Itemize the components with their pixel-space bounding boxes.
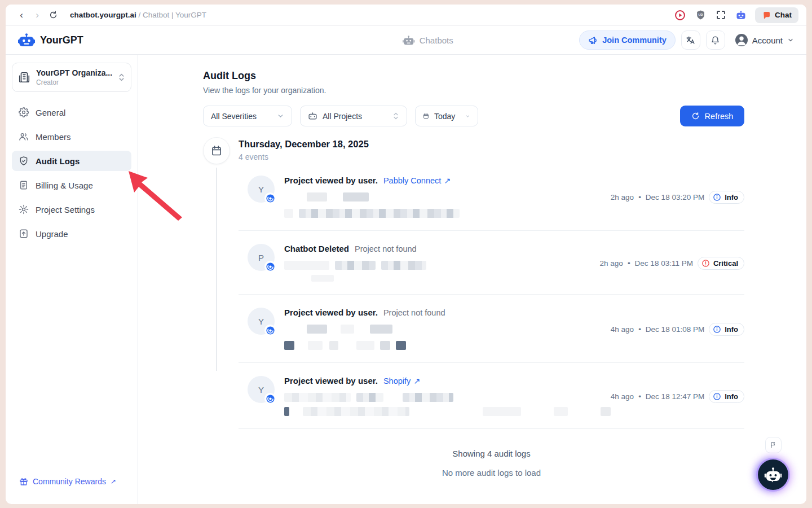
redacted-text [284, 209, 611, 218]
alert-icon [701, 259, 710, 268]
sidebar-item-audit-logs[interactable]: Audit Logs [12, 151, 131, 171]
notifications-button[interactable] [706, 30, 725, 50]
info-icon [713, 392, 721, 401]
organization-icon [18, 71, 30, 84]
avatar: Y [248, 308, 275, 335]
users-icon [19, 132, 29, 142]
translate-button[interactable] [681, 30, 700, 50]
page-title: Audit Logs [203, 70, 744, 82]
robot-face-icon [764, 467, 782, 483]
redacted-text [284, 261, 600, 270]
severity-badge: Info [709, 390, 744, 403]
event-note: Project not found [355, 244, 417, 253]
event-datetime: Dec 18 03:20 PM [646, 193, 704, 202]
forward-icon[interactable]: › [29, 7, 45, 23]
browser-source-badge-icon [264, 261, 276, 272]
url-path: / Chatbot | YourGPT [136, 11, 206, 19]
back-icon[interactable]: ‹ [14, 7, 29, 23]
gear-icon [19, 107, 29, 117]
url-host: chatbot.yourgpt.ai [70, 11, 136, 19]
sidebar-item-label: General [36, 108, 65, 117]
day-group-count: 4 events [239, 152, 744, 161]
fullscreen-extension-icon[interactable] [714, 9, 727, 21]
sidebar-item-project-settings[interactable]: Project Settings [12, 199, 131, 220]
browser-source-badge-icon [264, 393, 276, 404]
sidebar-item-upgrade[interactable]: Upgrade [12, 224, 131, 244]
date-filter[interactable]: Today [415, 106, 478, 126]
join-community-button[interactable]: Join Community [579, 30, 676, 50]
event-datetime: Dec 18 12:47 PM [646, 392, 704, 401]
account-avatar [735, 34, 748, 46]
event-note: Project not found [383, 308, 445, 317]
reload-icon[interactable] [45, 7, 61, 23]
sidebar-item-general[interactable]: General [12, 102, 131, 122]
redacted-text [307, 192, 611, 202]
brand[interactable]: YourGPT [18, 33, 83, 47]
severity-filter[interactable]: All Severities [203, 106, 292, 126]
audit-log-event[interactable]: P Chatbot Deleted Project not found [239, 231, 744, 295]
filters-row: All Severities All Projects Today [203, 106, 744, 126]
event-title: Chatbot Deleted [284, 244, 349, 253]
avatar: Y [248, 376, 275, 403]
org-switcher[interactable]: YourGPT Organiza... Creator [12, 63, 131, 92]
translate-icon [686, 36, 695, 45]
page-subtitle: View the logs for your organization. [203, 86, 744, 95]
project-link[interactable]: Shopify↗ [383, 376, 421, 386]
meta-separator: • [638, 325, 641, 334]
account-label: Account [752, 36, 783, 45]
audit-log-event[interactable]: Y Project viewed by user. Project not fo… [239, 295, 744, 363]
redacted-text [284, 341, 611, 350]
main-content: Audit Logs View the logs for your organi… [138, 55, 806, 504]
sidebar-item-label: Audit Logs [36, 156, 80, 166]
event-title: Project viewed by user. [284, 308, 378, 317]
adblock-extension-icon[interactable]: UD [694, 9, 707, 21]
meta-separator: • [638, 392, 641, 401]
sidebar-item-label: Billing & Usage [36, 181, 93, 190]
audit-log-event[interactable]: Y Project viewed by user. Shopify↗ [239, 363, 744, 429]
chatbots-icon [403, 35, 415, 46]
url-bar[interactable]: chatbot.yourgpt.ai / Chatbot | YourGPT [70, 11, 206, 19]
timeline-line [216, 168, 217, 371]
calendar-icon [211, 145, 222, 156]
sidebar-item-label: Upgrade [36, 229, 68, 239]
chevron-down-icon [787, 37, 794, 43]
feedback-flag-button[interactable] [765, 437, 782, 453]
flag-icon [770, 441, 777, 449]
external-link-icon: ↗ [111, 478, 116, 485]
info-icon [713, 325, 721, 334]
account-menu[interactable]: Account [735, 34, 794, 46]
project-filter[interactable]: All Projects [300, 106, 407, 126]
yourgpt-extension-icon[interactable] [735, 9, 747, 21]
chevron-up-down-icon [392, 112, 399, 120]
timeline-date-icon [203, 137, 230, 164]
event-relative-time: 4h ago [611, 325, 634, 334]
record-extension-icon[interactable] [674, 9, 686, 21]
sidebar-item-members[interactable]: Members [12, 126, 131, 147]
upgrade-icon [19, 229, 29, 239]
event-meta: 4h ago • Dec 18 12:47 PM Info [611, 377, 744, 416]
severity-filter-value: All Severities [211, 112, 257, 121]
bell-icon [710, 36, 720, 45]
chatbot-launcher-button[interactable] [758, 459, 788, 490]
chevron-up-down-icon [118, 73, 125, 82]
nav-chatbots[interactable]: Chatbots [403, 35, 453, 46]
community-rewards-link[interactable]: Community Rewards ↗ [19, 477, 116, 486]
severity-badge: Info [709, 323, 744, 336]
org-name: YourGPT Organiza... [36, 68, 112, 77]
chat-extension-button[interactable]: Chat [755, 7, 798, 23]
redacted-text [307, 325, 611, 334]
severity-badge: Critical [698, 257, 744, 270]
event-meta: 4h ago • Dec 18 01:08 PM Info [611, 309, 744, 350]
audit-log-event[interactable]: Y Project viewed by user. Pabbly Connect… [239, 163, 744, 231]
sidebar-item-billing[interactable]: Billing & Usage [12, 175, 131, 195]
event-meta: 2h ago • Dec 18 03:11 PM Critical [600, 245, 744, 282]
refresh-button[interactable]: Refresh [680, 106, 744, 126]
megaphone-icon [588, 36, 598, 45]
redacted-text [284, 407, 611, 416]
app-header: YourGPT Chatbots Join Community [6, 26, 806, 55]
refresh-icon [691, 112, 700, 120]
robot-icon [308, 112, 317, 120]
org-role: Creator [36, 78, 112, 86]
event-meta: 2h ago • Dec 18 03:20 PM Info [611, 177, 744, 218]
project-link[interactable]: Pabbly Connect↗ [383, 176, 451, 185]
